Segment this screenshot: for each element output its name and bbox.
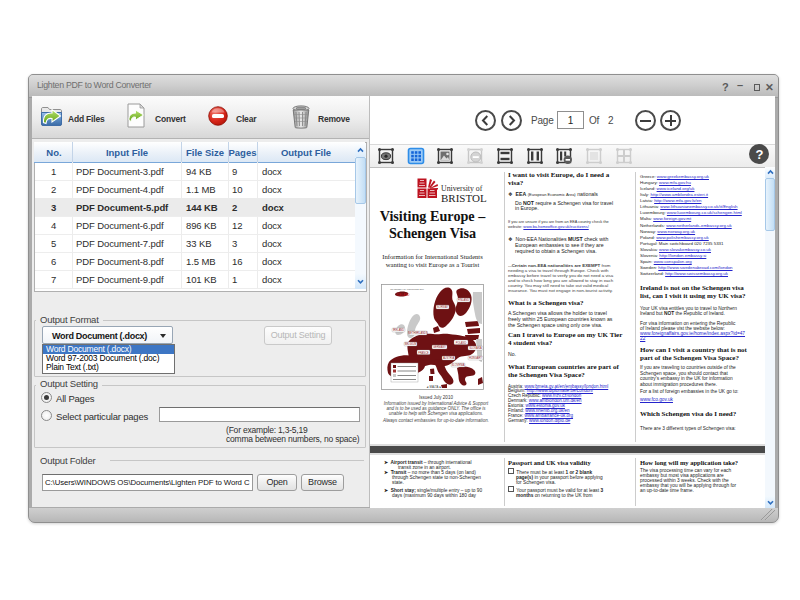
svg-text:ICELAND: ICELAND	[396, 293, 410, 297]
svg-text:HUNGARY: HUNGARY	[469, 356, 482, 360]
svg-text:GERMANY: GERMANY	[433, 345, 446, 349]
svg-text:FRANCE: FRANCE	[418, 351, 429, 355]
svg-text:POLAND: POLAND	[456, 341, 467, 345]
svg-text:NETHERLANDS: NETHERLANDS	[408, 331, 428, 335]
svg-text:◄ MALTA ►: ◄ MALTA ►	[426, 385, 442, 389]
svg-text:SLOVAKIA: SLOVAKIA	[469, 346, 482, 350]
svg-text:AUSTRIA: AUSTRIA	[443, 356, 455, 360]
svg-text:FINLAND: FINLAND	[458, 298, 469, 302]
svg-text:IRELAND: IRELAND	[393, 328, 404, 332]
svg-text:NORWAY: NORWAY	[437, 305, 449, 309]
svg-text:SLOVENIA: SLOVENIA	[452, 363, 465, 367]
svg-text:SCHENGEN VISA COUNTRIES 2010: SCHENGEN VISA COUNTRIES 2010	[390, 288, 425, 290]
svg-text:BELGIUM: BELGIUM	[405, 342, 417, 346]
